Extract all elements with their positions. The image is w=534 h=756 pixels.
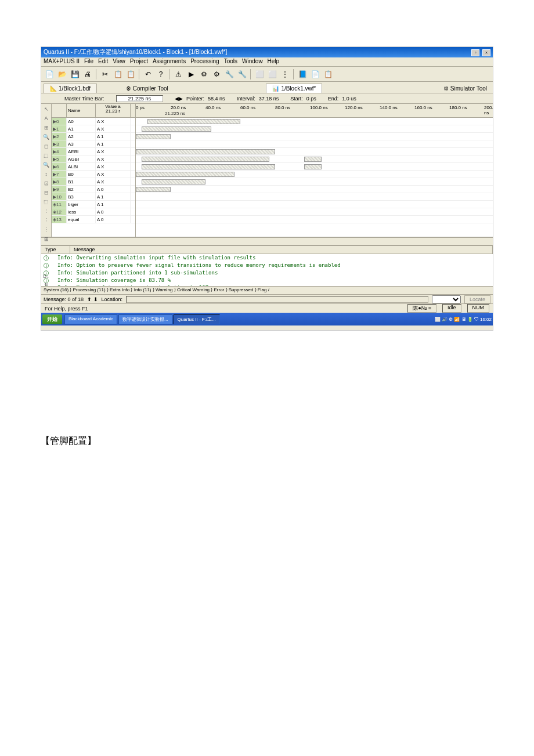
waveform-row [136,186,493,193]
signal-value: A 1 [96,201,131,208]
compiler-tool-label[interactable]: ⚙ Compiler Tool [122,84,172,93]
updown-tool-icon[interactable]: ↕ [42,170,50,178]
help-icon[interactable]: ? [155,68,167,80]
undo-icon[interactable]: ↶ [142,68,154,80]
signal-row[interactable]: ▶4 AEBI A X [52,148,135,155]
signal-row[interactable]: ◈11 biger A 1 [52,201,135,208]
force-tool-icon[interactable]: ⋮ [42,226,50,234]
force-tool-icon[interactable]: ⋮ [42,216,50,225]
message-line[interactable]: ⓘInfo: Option to preserve fewer signal t… [44,262,490,270]
locate-button[interactable]: Locate [464,295,490,303]
mdi-restore[interactable]: ▫ [471,49,479,56]
tab-vwf[interactable]: 📊 1/Block1.vwf* [266,84,322,93]
message-line[interactable]: ⓘInfo: Overwriting simulation input file… [44,255,490,262]
menu-file[interactable]: File [84,58,93,66]
message-filter-tabs[interactable]: System (16) ⟩ Processing (11) ⟩ Extra In… [41,286,493,294]
menu-processing[interactable]: Processing [190,58,219,66]
ruler-tick: 200.0 ns [484,105,493,115]
signal-row[interactable]: ◈12 less A 0 [52,208,135,216]
location-field[interactable] [126,296,428,303]
signal-name: B2 [67,186,96,193]
paste-icon[interactable]: 📋 [125,68,136,80]
signal-name: A3 [67,140,96,147]
menu-assignments[interactable]: Assignments [153,58,186,66]
menu-window[interactable]: Window [242,58,263,66]
play-icon[interactable]: ▶ [185,68,197,80]
save-icon[interactable]: 💾 [69,68,81,80]
col-type: Type [41,246,70,254]
system-tray[interactable]: ⬜ 🔊 ⚙ 📶 🖥 🔋 🛡 16:02 [435,317,492,322]
copy-icon[interactable]: 📋 [112,68,124,80]
box-icon[interactable]: ⬜ [266,68,278,80]
open-file-icon[interactable]: 📂 [56,68,68,80]
col-message: Message [70,246,493,254]
tool-icon[interactable]: 🔧 [223,68,235,80]
messages-body[interactable]: ⓘInfo: Overwriting simulation input file… [41,254,493,286]
page-icon[interactable]: 📄 [309,68,321,80]
zoom-tool-icon[interactable]: 🔍 [42,133,50,141]
signal-row[interactable]: ▶0 A0 A X [52,118,135,125]
menu-maxplus[interactable]: MAX+PLUS II [44,58,80,66]
new-file-icon[interactable]: 📄 [44,68,55,80]
grid-tool-icon[interactable]: ⊞ [42,124,50,132]
signal-row[interactable]: ▶7 B0 A X [52,171,135,178]
force-tool-icon[interactable]: ⊡ [42,179,50,187]
signal-row[interactable]: ◈13 equal A 0 [52,216,135,223]
taskbar-task[interactable]: Blackboard Academic [64,314,117,324]
messages-status: Message: 0 of 18 ⬆ ⬇ Location: Locate [41,294,493,303]
signal-row[interactable]: ▶2 A2 A 1 [52,133,135,140]
text-tool-icon[interactable]: A [42,114,50,122]
taskbar-task[interactable]: Quartus II - F:/工... [174,314,220,324]
signal-name: A0 [67,118,96,125]
force-tool-icon[interactable]: ⊟ [42,189,50,197]
col-value: Value a 21.23 r [96,104,131,117]
warning-icon[interactable]: ⚠ [172,68,184,80]
waveform-canvas[interactable]: 21.225 ns 0 ps20.0 ns40.0 ns60.0 ns80.0 … [136,104,493,237]
book-icon[interactable]: 📘 [297,68,308,80]
menu-edit[interactable]: Edit [98,58,108,66]
tray-icons[interactable]: ⬜ 🔊 ⚙ 📶 🖥 🔋 🛡 [435,317,479,322]
print-icon[interactable]: 🖨 [82,68,93,80]
signal-value: A X [96,155,131,162]
signal-row[interactable]: ▶9 B2 A 0 [52,186,135,193]
location-select[interactable] [432,295,461,303]
force-tool-icon[interactable]: ⊞ [42,235,50,243]
force-tool-icon[interactable]: ⋮ [42,207,50,215]
start-button[interactable]: 开始 [42,314,62,324]
signal-row[interactable]: ▶5 AGBI A X [52,155,135,163]
clipboard-icon[interactable]: 📋 [322,68,334,80]
signal-row[interactable]: ▶10 B3 A 1 [52,193,135,201]
signal-name: less [67,208,96,215]
signal-pin-icon: ▶3 [52,140,67,147]
mdi-close[interactable]: × [482,49,490,56]
select-tool-icon[interactable]: ⬚ [42,151,50,160]
find-tool-icon[interactable]: 🔍 [42,161,50,169]
rect-tool-icon[interactable]: ◻ [42,142,50,150]
pointer-tool-icon[interactable]: ↖ [42,105,50,113]
horizontal-scrollbar[interactable] [41,237,493,245]
simulator-tool-label[interactable]: ⚙ Simulator Tool [440,84,490,93]
tool-icon[interactable]: 🔧 [236,68,248,80]
message-line[interactable]: ⓘInfo: Simulation partitioned into 1 sub… [44,270,490,277]
window-title: Quartus II - F:/工作/数字逻辑/shiyan10/Block1 … [44,48,227,56]
gear-icon[interactable]: ⚙ [211,68,222,80]
message-line[interactable]: ⓘInfo: Simulation coverage is 83.78 % [44,277,490,285]
list-icon[interactable]: ⋮ [279,68,291,80]
menu-view[interactable]: View [113,58,125,66]
signal-row[interactable]: ▶8 B1 A X [52,178,135,186]
force-tool-icon[interactable]: ⬚ [42,198,50,206]
messages-pane: Type Message ⓘInfo: Overwriting simulati… [41,245,493,303]
box-icon[interactable]: ⬜ [254,68,265,80]
signal-value: A X [96,178,131,185]
gear-icon[interactable]: ⚙ [198,68,210,80]
menu-project[interactable]: Project [130,58,148,66]
signal-row[interactable]: ▶1 A1 A X [52,125,135,133]
cut-icon[interactable]: ✂ [99,68,111,80]
signal-row[interactable]: ▶6 ALBI A X [52,163,135,171]
taskbar-task[interactable]: 数字逻辑设计实验报... [118,314,172,324]
col-name: Name [67,104,96,117]
tab-bdf[interactable]: 📐 1/Block1.bdf [44,84,97,93]
signal-row[interactable]: ▶3 A3 A 1 [52,140,135,148]
menu-tools[interactable]: Tools [224,58,237,66]
menu-help[interactable]: Help [268,58,280,66]
